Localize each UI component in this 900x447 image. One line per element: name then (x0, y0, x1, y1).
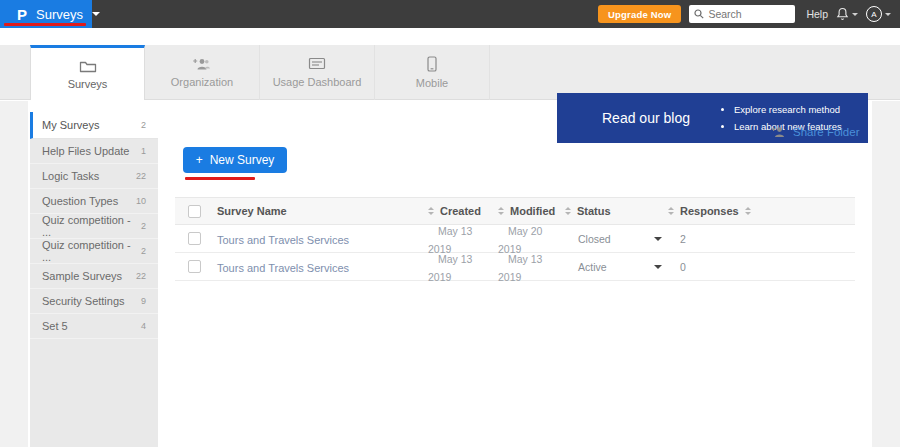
row-checkbox[interactable] (188, 232, 201, 245)
chevron-down-icon (92, 12, 100, 16)
header-responses[interactable]: Responses (668, 205, 855, 217)
sidebar-item-count: 9 (141, 296, 146, 306)
created-date: May 13 2019 (428, 253, 472, 283)
sidebar-item-label: Quiz competition - ... (42, 214, 141, 238)
chevron-down-icon (852, 13, 858, 16)
column-label-created: Created (440, 205, 481, 217)
row-responses-cell: 0 (668, 261, 855, 273)
tab-mobile[interactable]: Mobile (375, 45, 490, 100)
product-switcher[interactable]: P Surveys (0, 0, 92, 28)
row-responses-cell: 2 (668, 233, 855, 245)
status-value: Active (565, 261, 607, 273)
table-row: Tours and Travels Services May 13 2019 M… (175, 253, 855, 281)
folder-icon (79, 59, 97, 73)
tab-label: Mobile (416, 77, 448, 89)
sidebar-item-count: 2 (141, 221, 146, 231)
search-box[interactable] (689, 5, 795, 23)
notifications-menu[interactable] (836, 7, 858, 21)
tabstrip: Surveys Organization Usage Dashboard Mob… (0, 45, 900, 100)
tab-organization[interactable]: Organization (145, 45, 260, 100)
blog-title: Read our blog (602, 110, 690, 126)
column-label-survey-name: Survey Name (217, 205, 287, 217)
sidebar-item-label: Help Files Update (42, 145, 129, 157)
sidebar-item-quiz-competition-1[interactable]: Quiz competition - ... 2 (30, 214, 158, 239)
annotation-underline-surveys (4, 23, 86, 26)
status-dropdown-icon[interactable] (654, 265, 662, 269)
avatar: A (866, 6, 882, 22)
tabs: Surveys Organization Usage Dashboard Mob… (30, 45, 490, 100)
header-status[interactable]: Status (565, 205, 668, 217)
row-checkbox[interactable] (188, 260, 201, 273)
surveys-table: Survey Name Created Modified Status Resp… (175, 197, 855, 281)
status-value: Closed (565, 233, 611, 245)
row-status-cell: Active (565, 261, 668, 273)
responses-count: 2 (668, 233, 686, 245)
sidebar-item-count: 22 (136, 171, 146, 181)
sidebar-item-label: Logic Tasks (42, 170, 99, 182)
upgrade-now-button[interactable]: Upgrade Now (598, 5, 681, 23)
modified-date: May 13 2019 (498, 253, 542, 283)
row-checkbox-cell (175, 260, 217, 273)
sidebar-item-help-files-update[interactable]: Help Files Update 1 (30, 139, 158, 164)
plus-icon: + (196, 153, 203, 167)
annotation-underline-new-survey (185, 177, 255, 180)
mobile-icon (427, 56, 437, 72)
help-link[interactable]: Help (806, 8, 828, 20)
sidebar-item-label: Set 5 (42, 320, 68, 332)
sort-icon[interactable] (428, 207, 434, 215)
sidebar-item-sample-surveys[interactable]: Sample Surveys 22 (30, 264, 158, 289)
survey-name-link[interactable]: Tours and Travels Services (217, 234, 349, 246)
sidebar-item-set-5[interactable]: Set 5 4 (30, 314, 158, 339)
tab-usage-dashboard[interactable]: Usage Dashboard (260, 45, 375, 100)
row-created-cell: May 13 2019 (428, 249, 498, 285)
sidebar-item-count: 4 (141, 321, 146, 331)
page-right-margin (872, 101, 900, 447)
tab-label: Organization (171, 76, 233, 88)
header-survey-name: Survey Name (217, 205, 428, 217)
sidebar-item-label: Question Types (42, 195, 118, 207)
header-created[interactable]: Created (428, 205, 498, 217)
survey-name-link[interactable]: Tours and Travels Services (217, 262, 349, 274)
sort-icon[interactable] (745, 207, 751, 215)
tab-label: Usage Dashboard (273, 76, 362, 88)
select-all-checkbox[interactable] (188, 205, 201, 218)
sidebar-item-label: Security Settings (42, 295, 125, 307)
tab-label: Surveys (68, 78, 108, 90)
page: P Surveys Upgrade Now Help A (0, 0, 900, 447)
brand-logo: P (17, 7, 27, 22)
sidebar-item-count: 22 (136, 271, 146, 281)
header-modified[interactable]: Modified (498, 205, 565, 217)
sidebar-item-quiz-competition-2[interactable]: Quiz competition - ... 2 (30, 239, 158, 264)
column-label-modified: Modified (510, 205, 555, 217)
tab-surveys[interactable]: Surveys (30, 45, 145, 100)
sidebar-item-logic-tasks[interactable]: Logic Tasks 22 (30, 164, 158, 189)
sidebar-item-question-types[interactable]: Question Types 10 (30, 189, 158, 214)
row-name-cell: Tours and Travels Services (217, 230, 428, 248)
sidebar-item-count: 10 (136, 196, 146, 206)
responses-count: 0 (668, 261, 686, 273)
share-person-icon (771, 126, 786, 138)
new-survey-label: New Survey (210, 153, 275, 167)
bell-icon (836, 7, 849, 21)
header-checkbox-cell (175, 205, 217, 218)
sidebar-item-label: Quiz competition - ... (42, 239, 141, 263)
sort-icon[interactable] (668, 207, 674, 215)
status-dropdown-icon[interactable] (654, 237, 662, 241)
sidebar-item-security-settings[interactable]: Security Settings 9 (30, 289, 158, 314)
column-label-status: Status (577, 205, 611, 217)
account-menu[interactable]: A (866, 6, 891, 22)
sidebar-item-count: 1 (141, 146, 146, 156)
chevron-down-icon (885, 13, 891, 16)
topbar-actions: Upgrade Now Help A (598, 5, 900, 23)
row-name-cell: Tours and Travels Services (217, 258, 428, 276)
new-survey-button[interactable]: + New Survey (183, 147, 287, 173)
sort-icon[interactable] (498, 207, 504, 215)
search-input[interactable] (708, 8, 788, 20)
share-folder-link[interactable]: Share Folder (771, 126, 859, 138)
page-left-margin (0, 101, 28, 447)
product-name: Surveys (36, 7, 83, 22)
sidebar-item-count: 2 (141, 246, 146, 256)
sort-icon[interactable] (565, 207, 571, 215)
sidebar-item-my-surveys[interactable]: My Surveys 2 (30, 112, 158, 139)
column-label-responses: Responses (680, 205, 739, 217)
